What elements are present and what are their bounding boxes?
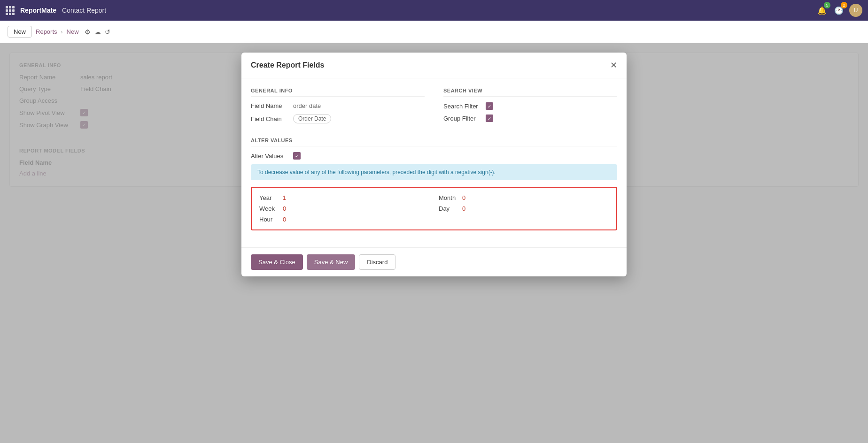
year-value[interactable]: 1 bbox=[283, 194, 286, 201]
field-chain-label: Field Chain bbox=[251, 115, 293, 122]
breadcrumb-reports[interactable]: Reports bbox=[36, 28, 57, 35]
save-new-button[interactable]: Save & New bbox=[307, 254, 356, 270]
field-chain-row: Field Chain Order Date bbox=[251, 114, 425, 123]
search-view-title: SEARCH VIEW bbox=[443, 88, 617, 97]
update-button[interactable]: 🕐 2 bbox=[832, 4, 845, 17]
modal-footer: Save & Close Save & New Discard bbox=[241, 247, 627, 276]
main-content: GENERAL INFO Report Name sales report Qu… bbox=[0, 43, 868, 443]
topbar-actions: 🔔 5 🕐 2 U bbox=[815, 4, 862, 17]
search-filter-row: Search Filter bbox=[443, 102, 617, 110]
alter-values-section: ALTER VALUES Alter Values To decrease va… bbox=[251, 137, 617, 230]
week-row: Week 0 bbox=[259, 205, 429, 212]
general-info-section-title: GENERAL INFO bbox=[251, 88, 425, 97]
month-label: Month bbox=[439, 194, 458, 201]
breadcrumb-separator: › bbox=[61, 29, 63, 35]
values-grid: Year 1 Month 0 Week 0 Day bbox=[251, 187, 617, 230]
modal-title: Create Report Fields bbox=[251, 61, 324, 69]
modal-top-section: GENERAL INFO Field Name order date Field… bbox=[251, 88, 617, 128]
general-info-section: GENERAL INFO Field Name order date Field… bbox=[251, 88, 425, 128]
info-box: To decrease value of any of the followin… bbox=[251, 164, 617, 180]
year-label: Year bbox=[259, 194, 279, 201]
alter-values-label: Alter Values bbox=[251, 153, 293, 160]
field-chain-value: Order Date bbox=[293, 114, 331, 123]
search-filter-label: Search Filter bbox=[443, 103, 486, 110]
search-view-section: SEARCH VIEW Search Filter Group Filter bbox=[443, 88, 617, 128]
day-row: Day 0 bbox=[439, 205, 609, 212]
week-label: Week bbox=[259, 205, 279, 212]
modal-overlay: Create Report Fields ✕ GENERAL INFO Fiel… bbox=[0, 43, 868, 443]
search-filter-checkbox[interactable] bbox=[486, 102, 493, 110]
breadcrumb-new: New bbox=[67, 28, 79, 35]
month-value[interactable]: 0 bbox=[462, 194, 465, 201]
discard-button[interactable]: Discard bbox=[359, 254, 395, 270]
notification-button[interactable]: 🔔 5 bbox=[815, 4, 829, 17]
group-filter-checkbox[interactable] bbox=[486, 115, 493, 122]
topbar: ReportMate Contact Report 🔔 5 🕐 2 U bbox=[0, 0, 868, 21]
grid-icon bbox=[6, 6, 15, 15]
breadcrumb-bar: New Reports › New ⚙ ☁ ↺ bbox=[0, 21, 868, 43]
hour-row: Hour 0 bbox=[259, 216, 429, 223]
hour-label: Hour bbox=[259, 216, 279, 223]
modal-close-button[interactable]: ✕ bbox=[610, 60, 617, 70]
alter-values-checkbox[interactable] bbox=[293, 152, 301, 160]
field-name-label: Field Name bbox=[251, 102, 293, 109]
module-name: Contact Report bbox=[62, 7, 106, 14]
day-label: Day bbox=[439, 205, 458, 212]
app-logo[interactable]: ReportMate bbox=[6, 6, 56, 15]
app-name: ReportMate bbox=[20, 7, 56, 14]
new-button[interactable]: New bbox=[8, 26, 32, 38]
group-filter-label: Group Filter bbox=[443, 115, 486, 122]
modal-header: Create Report Fields ✕ bbox=[241, 53, 627, 78]
settings-icon[interactable]: ⚙ bbox=[85, 28, 91, 36]
update-badge: 2 bbox=[841, 2, 847, 8]
refresh-icon[interactable]: ↺ bbox=[105, 28, 110, 36]
alter-values-row: Alter Values bbox=[251, 152, 617, 160]
year-row: Year 1 bbox=[259, 194, 429, 201]
week-value[interactable]: 0 bbox=[283, 205, 286, 212]
alter-values-title: ALTER VALUES bbox=[251, 137, 617, 146]
save-close-button[interactable]: Save & Close bbox=[251, 254, 303, 270]
field-name-row: Field Name order date bbox=[251, 102, 425, 109]
modal-dialog: Create Report Fields ✕ GENERAL INFO Fiel… bbox=[241, 53, 627, 276]
day-value[interactable]: 0 bbox=[462, 205, 465, 212]
cloud-icon[interactable]: ☁ bbox=[94, 28, 101, 36]
modal-body: GENERAL INFO Field Name order date Field… bbox=[241, 78, 627, 247]
user-avatar[interactable]: U bbox=[849, 4, 862, 17]
group-filter-row: Group Filter bbox=[443, 115, 617, 122]
notification-badge: 5 bbox=[824, 2, 830, 8]
field-name-value: order date bbox=[293, 102, 321, 109]
month-row: Month 0 bbox=[439, 194, 609, 201]
hour-value[interactable]: 0 bbox=[283, 216, 286, 223]
